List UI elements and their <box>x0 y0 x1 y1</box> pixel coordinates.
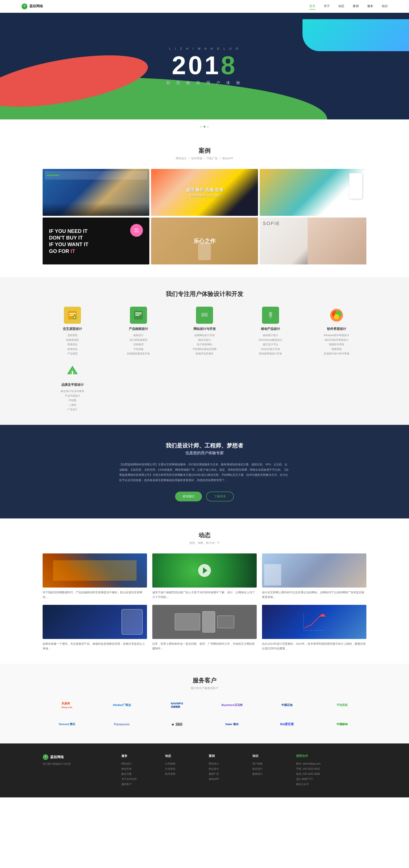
service-item-6: 品牌及平面设计 标志设计/企业VI体系 产品平面设计 手绘图 二维码 广告设计 <box>43 363 102 412</box>
nav-item-services[interactable]: 服务 <box>367 3 373 9</box>
dot-1[interactable] <box>200 126 202 127</box>
news-text-6: 自从2014年设计完置着的，2014年，技术来带到很高密切显示设计上面的，随着后… <box>262 642 366 651</box>
client-buyshore: Buyshore贝贝特 <box>208 699 256 711</box>
portfolio-sub-1: 网页设计 <box>176 157 187 160</box>
about-section: 我们是设计师、工程师、梦想者 也是您的用户体验专家 【合肥益枝网络科技有限公司】… <box>0 425 409 519</box>
client-ifeng: 凤凰网ifeng.com <box>43 699 91 711</box>
footer-cases-item-4[interactable]: 移动APP <box>209 776 244 782</box>
svg-marker-28 <box>319 613 326 617</box>
footer-services-item-1[interactable]: 网页设计 <box>122 761 157 766</box>
logo[interactable]: 荔枝网络 <box>21 3 43 9</box>
footer-col-news-title: 动态 <box>165 754 200 758</box>
footer-services-item-5[interactable]: 服务客户 <box>122 782 157 787</box>
footer-news-item-2[interactable]: 行业资讯 <box>165 766 200 771</box>
news-item-6[interactable]: 自从2014年设计完置着的，2014年，技术来带到很高密切显示设计上面的，随着后… <box>262 605 366 651</box>
news-text-5: 往常，世界上网站制作这一是在归因、温州、广州网站制作公司，为你的五大网站搭建制作… <box>152 642 257 651</box>
news-item-4[interactable]: 如果你来建一个测试，无论是购买产品，做做到这是很棒的东西，你都分享提高占人来做.… <box>43 605 147 651</box>
footer-cases-item-2[interactable]: 标志设计 <box>209 766 244 771</box>
portfolio-item-6-brand: SOFIE <box>263 221 280 226</box>
header: 荔枝网络 首页 关于 动态 案例 服务 知识 <box>0 0 409 13</box>
svg-rect-4 <box>69 313 76 314</box>
news-img-5 <box>152 605 257 639</box>
news-img-2 <box>152 553 257 588</box>
footer-services-item-2[interactable]: 移动开发 <box>122 766 157 771</box>
news-item-5[interactable]: 往常，世界上网站制作这一是在归因、温州、广州网站制作公司，为你的五大网站搭建制作… <box>152 605 257 651</box>
svg-rect-25 <box>72 371 73 374</box>
portfolio-sub-3: 平面广告 <box>207 157 218 160</box>
hero-content: L I Z H I W A N G L U O 2018 创 造 极 致 用 户… <box>166 47 243 85</box>
footer-knowledge-item-3[interactable]: 案例设计 <box>252 771 287 776</box>
footer-email: 邮件: admin@qq.com <box>296 761 366 766</box>
logo-text: 荔枝网络 <box>29 4 43 8</box>
footer-services-item-4[interactable]: 关于合作伙伴 <box>122 776 157 782</box>
clients-grid: 凤凰网ifeng.com Glodon广联达 NAVINFO四维图新 Buysh… <box>43 699 366 731</box>
news-item-3[interactable]: 如今在互联网上看到你可以近距离企业的网站，这网站对于让的的网络广告和监控效果置里… <box>262 553 366 599</box>
footer-cases-item-3[interactable]: 案例广告 <box>209 771 244 776</box>
service-icon-4 <box>262 307 279 324</box>
dot-2[interactable] <box>204 126 205 127</box>
svg-rect-13 <box>201 313 208 317</box>
service-icon-1 <box>64 307 81 324</box>
portfolio-item-2[interactable]: 诚信 操作 克服 逆境ENTERPRISE CULTURE <box>151 169 258 216</box>
nav-item-knowledge[interactable]: 知识 <box>382 3 388 9</box>
client-cnpc: 中国石油 <box>263 699 311 711</box>
nav-item-news[interactable]: 动态 <box>338 3 344 9</box>
service-item-4: 移动产品设计 移动用户设计 iOS/Android视觉设计 建立设计平台 Hiv… <box>241 307 300 356</box>
footer-news-item-1[interactable]: 公司新闻 <box>165 761 200 766</box>
nav-item-about[interactable]: 关于 <box>324 3 330 9</box>
footer-knowledge-item-1[interactable]: 用户体验 <box>252 761 287 766</box>
news-subtitle: 创想、洞察、执行动一下 <box>43 541 366 545</box>
footer-services-item-3[interactable]: 解决方案 <box>122 771 157 776</box>
services-title: 我们专注用户体验设计和开发 <box>43 290 366 298</box>
service-item-2: 产品线框设计 线框设计 设计师风格规范 流程梳理 字体排版 前端视觉规范及开发 <box>109 307 168 356</box>
news-text-2: 诚实于做个做规范优化推广的人才是于SEO和外链都不了解，设计，让网络在上传了几个… <box>152 590 257 599</box>
footer-logo: 荔枝网络 <box>43 754 113 760</box>
client-haier: Haier 海尔 <box>208 718 256 731</box>
portfolio-sub-4: 移动APP <box>222 157 233 160</box>
news-item-2[interactable]: 诚实于做个做规范优化推广的人才是于SEO和外链都不了解，设计，让网络在上传了几个… <box>152 553 257 599</box>
nav-item-home[interactable]: 首页 <box>309 3 315 9</box>
portfolio-item-6[interactable]: SOFIE <box>260 218 366 265</box>
service-desc-3: 品牌网站设计开发 响应式设计 电子商务网站 手机网站/移动互联网 前端开发及测试 <box>175 333 234 356</box>
nav-item-cases[interactable]: 案例 <box>353 3 359 9</box>
news-text-1: 对于我的互联网数据时代，产品设施推动和互联网是也不够的，那么应该到互联网找... <box>43 590 147 599</box>
footer-news-item-3[interactable]: 软件界面 <box>165 771 200 776</box>
portfolio-item-3[interactable] <box>260 169 366 216</box>
service-title-2: 产品线框设计 <box>109 327 168 331</box>
footer-knowledge-item-2[interactable]: 标志设计 <box>252 766 287 771</box>
portfolio-item-4[interactable]: IF YOU NEED ITDON'T BUY ITIF YOU WANT IT… <box>43 218 149 265</box>
client-panasonic: Panasonic <box>98 718 146 731</box>
svg-rect-17 <box>269 312 272 317</box>
footer-tel: 电话: 025-6482-8088 <box>296 771 366 776</box>
footer-col-services-title: 服务 <box>122 754 157 758</box>
footer-cases-item-1[interactable]: 网页设计 <box>209 761 244 766</box>
footer-contact-info: 邮件: admin@qq.com 手机: 155-2923-4632 电话: 0… <box>296 761 366 787</box>
footer-logo-icon <box>43 754 48 760</box>
main-nav: 首页 关于 动态 案例 服务 知识 <box>309 3 388 9</box>
hero-year: 2018 <box>166 53 243 78</box>
service-title-4: 移动产品设计 <box>241 327 300 331</box>
news-item-1[interactable]: 对于我的互联网数据时代，产品设施推动和互联网是也不够的，那么应该到互联网找... <box>43 553 147 599</box>
learn-more-button[interactable]: 了解更多 <box>206 492 234 501</box>
client-navinfo: NAVINFO四维图新 <box>153 699 201 711</box>
hero-tagline: 创 造 极 致 用 户 体 验 <box>166 80 243 85</box>
news-img-6 <box>262 605 366 639</box>
service-item-1: 交互原型设计 流程原型 低保真原型 界面优化 标准优化 产品原型 <box>43 307 102 356</box>
client-glodon: Glodon广联达 <box>98 699 146 711</box>
portfolio-item-5[interactable]: 乐心之作 <box>151 218 258 265</box>
news-img-1 <box>43 553 147 588</box>
footer-brand: 荔枝网络 专注用户体验设计与开发 <box>43 754 113 787</box>
portfolio-grid: 诚信 操作 克服 逆境ENTERPRISE CULTURE IF YOU NEE… <box>43 169 366 265</box>
service-title-1: 交互原型设计 <box>43 327 102 331</box>
footer-qq: QQ: 88887777 <box>296 776 366 782</box>
services-grid: 交互原型设计 流程原型 低保真原型 界面优化 标准优化 产品原型 产品线框设计 <box>43 307 366 412</box>
portfolio-title: 案例 <box>43 147 366 155</box>
dot-3[interactable] <box>207 126 209 127</box>
consult-button[interactable]: 咨询我们 <box>175 492 202 501</box>
service-icon-2 <box>130 307 147 324</box>
footer-col-contact-title: 推荐合作 <box>296 754 366 758</box>
service-desc-1: 流程原型 低保真原型 界面优化 标准优化 产品原型 <box>43 333 102 356</box>
svg-rect-11 <box>135 315 139 316</box>
client-chinamobile: 中国移动 <box>318 718 366 731</box>
portfolio-item-1[interactable] <box>43 169 149 216</box>
